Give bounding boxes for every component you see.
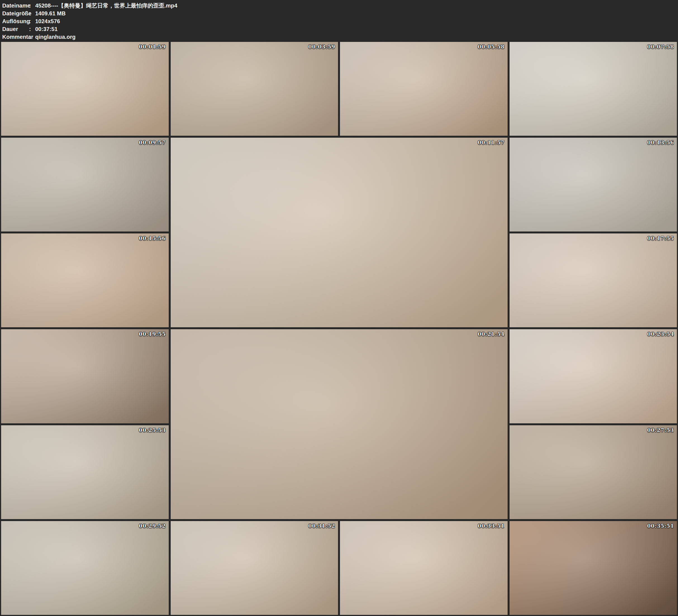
video-frame-thumbnail[interactable]: 00:33:51 [340, 521, 507, 615]
frame-timestamp-overlay: 00:09:57 [139, 140, 166, 146]
video-frame-thumbnail[interactable]: 00:07:58 [510, 42, 677, 136]
video-frame-thumbnail[interactable]: 00:15:56 [1, 233, 169, 327]
separator: : [29, 25, 35, 33]
meta-row-duration: Dauer : 00:37:51 [2, 25, 678, 33]
video-frame-thumbnail[interactable]: 00:31:52 [171, 521, 338, 615]
video-frame-thumbnail[interactable]: 00:17:55 [510, 233, 677, 327]
frame-timestamp-overlay: 00:07:58 [647, 44, 674, 50]
separator: : [29, 33, 35, 41]
video-frame-thumbnail[interactable]: 00:23:54 [510, 329, 677, 423]
video-frame-thumbnail[interactable]: 00:05:58 [340, 42, 507, 136]
meta-row-resolution: Auflösung : 1024x576 [2, 17, 678, 25]
separator: : [29, 9, 35, 17]
frame-timestamp-overlay: 00:25:53 [139, 427, 166, 433]
frame-timestamp-overlay: 00:01:59 [139, 44, 166, 50]
meta-row-comment: Kommentar : qinglanhua.org [2, 33, 678, 41]
video-frame-thumbnail[interactable]: 00:09:57 [1, 138, 169, 231]
filename-label: Dateiname [2, 2, 29, 9]
separator: : [29, 17, 35, 25]
filesize-label: Dateigröße [2, 9, 29, 17]
duration-value: 00:37:51 [35, 25, 678, 33]
frame-timestamp-overlay: 00:29:52 [139, 523, 166, 529]
video-frame-thumbnail[interactable]: 00:01:59 [1, 42, 169, 136]
frame-timestamp-overlay: 00:33:51 [478, 523, 504, 529]
video-frame-thumbnail[interactable]: 00:03:59 [171, 42, 338, 136]
frame-timestamp-overlay: 00:03:59 [308, 44, 335, 50]
frame-timestamp-overlay: 00:23:54 [647, 331, 674, 337]
filesize-value: 1409.61 MB [35, 9, 678, 17]
separator: : [29, 2, 35, 9]
meta-row-filesize: Dateigröße : 1409.61 MB [2, 9, 678, 17]
video-frame-thumbnail-large[interactable]: 00:11:57 [171, 138, 507, 327]
frame-timestamp-overlay: 00:05:58 [478, 44, 504, 50]
frame-timestamp-overlay: 00:11:57 [478, 140, 504, 146]
video-frame-thumbnail[interactable]: 00:35:51 [510, 521, 677, 615]
frame-timestamp-overlay: 00:13:56 [647, 140, 674, 146]
video-frame-thumbnail[interactable]: 00:13:56 [510, 138, 677, 231]
frame-timestamp-overlay: 00:31:52 [308, 523, 335, 529]
filename-value: 45208----【奥特曼】绳艺日常，世界上最怕痒的歪歪.mp4 [35, 2, 678, 9]
video-frame-thumbnail[interactable]: 00:25:53 [1, 425, 169, 519]
meta-row-filename: Dateiname : 45208----【奥特曼】绳艺日常，世界上最怕痒的歪歪… [2, 2, 678, 9]
resolution-label: Auflösung [2, 17, 29, 25]
frame-timestamp-overlay: 00:15:56 [139, 235, 166, 241]
duration-label: Dauer [2, 25, 29, 33]
video-frame-thumbnail[interactable]: 00:19:55 [1, 329, 169, 423]
resolution-value: 1024x576 [35, 17, 678, 25]
file-metadata-header: Dateiname : 45208----【奥特曼】绳艺日常，世界上最怕痒的歪歪… [0, 0, 678, 42]
video-frame-thumbnail[interactable]: 00:29:52 [1, 521, 169, 615]
comment-label: Kommentar [2, 33, 29, 41]
comment-link[interactable]: qinglanhua.org [35, 33, 678, 41]
frame-timestamp-overlay: 00:35:51 [647, 523, 674, 529]
frame-timestamp-overlay: 00:27:53 [647, 427, 674, 433]
frame-timestamp-overlay: 00:19:55 [139, 331, 166, 337]
thumbnail-grid: 00:01:59 00:03:59 00:05:58 00:07:58 00:0… [1, 42, 677, 615]
video-frame-thumbnail[interactable]: 00:27:53 [510, 425, 677, 519]
frame-timestamp-overlay: 00:17:55 [647, 235, 674, 241]
frame-timestamp-overlay: 00:21:54 [478, 331, 504, 337]
video-contact-sheet: Dateiname : 45208----【奥特曼】绳艺日常，世界上最怕痒的歪歪… [0, 0, 678, 616]
video-frame-thumbnail-large[interactable]: 00:21:54 [171, 329, 507, 519]
